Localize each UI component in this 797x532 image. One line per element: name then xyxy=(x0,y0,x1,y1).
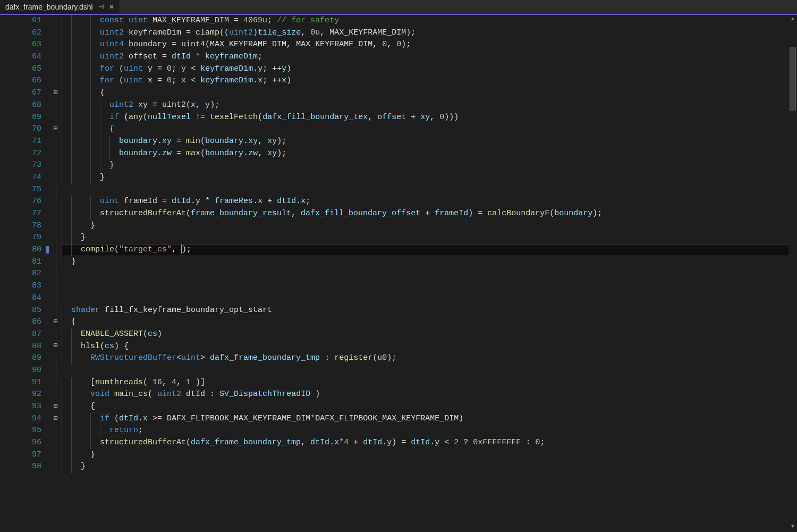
code-line[interactable]: uint2 xy = uint2(x, y); xyxy=(62,99,797,112)
fold-marker[interactable] xyxy=(50,449,62,461)
fold-marker[interactable] xyxy=(50,184,62,196)
fold-marker[interactable] xyxy=(50,159,62,172)
line-number: 93 xyxy=(0,401,41,413)
fold-marker[interactable] xyxy=(50,437,62,449)
scroll-down-arrow[interactable]: ▼ xyxy=(788,522,797,531)
fold-marker[interactable] xyxy=(50,75,62,87)
code-line[interactable]: return; xyxy=(62,425,797,437)
fold-marker[interactable] xyxy=(50,256,62,268)
line-number: 82 xyxy=(0,268,41,280)
pin-icon[interactable]: ⊣ xyxy=(98,3,104,11)
line-number: 85 xyxy=(0,305,41,317)
code-line[interactable]: compile("target_cs", ); xyxy=(62,244,797,256)
fold-marker[interactable] xyxy=(50,377,62,389)
fold-marker[interactable] xyxy=(50,280,62,292)
close-icon[interactable]: ✕ xyxy=(109,3,114,11)
code-line[interactable]: RWStructuredBuffer<uint> dafx_frame_boun… xyxy=(62,352,797,365)
code-line[interactable]: structuredBufferAt(dafx_frame_boundary_t… xyxy=(62,437,797,449)
fold-marker[interactable] xyxy=(50,208,62,220)
fold-column[interactable]: ⊟⊟⊟⊟⊟⊟ xyxy=(50,15,62,531)
line-number: 88 xyxy=(0,341,41,353)
code-line[interactable]: for (uint y = 0; y < keyframeDim.y; ++y) xyxy=(62,63,797,75)
scroll-up-arrow[interactable]: ▲ xyxy=(788,15,797,23)
code-line[interactable]: } xyxy=(62,449,797,461)
code-line[interactable]: hlsl(cs) { xyxy=(62,341,797,353)
fold-marker[interactable] xyxy=(50,461,62,473)
fold-marker[interactable] xyxy=(50,328,62,341)
line-number: 78 xyxy=(0,220,41,232)
code-line[interactable]: } xyxy=(62,256,797,268)
fold-marker[interactable] xyxy=(50,99,62,112)
fold-marker[interactable] xyxy=(50,172,62,184)
fold-marker[interactable] xyxy=(50,63,62,75)
fold-marker[interactable] xyxy=(50,27,62,39)
code-line[interactable] xyxy=(62,268,797,280)
fold-marker[interactable] xyxy=(50,244,62,256)
code-line[interactable]: uint frameId = dtId.y * frameRes.x + dtI… xyxy=(62,196,797,208)
code-line[interactable]: [numthreads( 16, 4, 1 )] xyxy=(62,377,797,389)
fold-marker[interactable] xyxy=(50,51,62,63)
margin-marker xyxy=(46,63,50,75)
code-line[interactable] xyxy=(62,292,797,305)
code-line[interactable]: uint2 offset = dtId * keyframeDim; xyxy=(62,51,797,63)
code-line[interactable]: const uint MAX_KEYFRAME_DIM = 4069u; // … xyxy=(62,15,797,27)
line-number: 97 xyxy=(0,449,41,461)
fold-marker[interactable] xyxy=(50,196,62,208)
fold-marker[interactable] xyxy=(50,112,62,124)
code-line[interactable] xyxy=(62,184,797,196)
code-line[interactable]: { xyxy=(62,316,797,328)
line-number: 81 xyxy=(0,256,41,268)
file-tab[interactable]: dafx_frame_boundary.dshl ⊣ ✕ xyxy=(0,0,120,14)
margin-marker xyxy=(46,208,50,220)
fold-marker[interactable]: ⊟ xyxy=(50,401,62,413)
code-line[interactable]: ENABLE_ASSERT(cs) xyxy=(62,328,797,341)
fold-marker[interactable] xyxy=(50,389,62,401)
scroll-thumb[interactable] xyxy=(790,47,796,111)
fold-marker[interactable]: ⊟ xyxy=(50,413,62,425)
fold-marker[interactable] xyxy=(50,136,62,148)
line-number: 69 xyxy=(0,112,41,124)
code-line[interactable]: } xyxy=(62,220,797,232)
code-line[interactable]: boundary.zw = max(boundary.zw, xy); xyxy=(62,148,797,160)
margin-marker xyxy=(46,446,50,459)
code-line[interactable]: structuredBufferAt(frame_boundary_result… xyxy=(62,208,797,220)
fold-marker[interactable]: ⊟ xyxy=(50,341,62,353)
fold-marker[interactable] xyxy=(50,39,62,51)
code-line[interactable]: shader fill_fx_keyframe_boundary_opt_sta… xyxy=(62,305,797,317)
line-number: 84 xyxy=(0,292,41,305)
vertical-scrollbar[interactable]: ▲ ▼ xyxy=(788,15,797,531)
code-line[interactable]: { xyxy=(62,87,797,99)
code-area[interactable]: const uint MAX_KEYFRAME_DIM = 4069u; // … xyxy=(62,15,797,531)
fold-marker[interactable] xyxy=(50,148,62,160)
code-line[interactable]: void main_cs( uint2 dtId : SV_DispatchTh… xyxy=(62,389,797,401)
fold-marker[interactable]: ⊟ xyxy=(50,87,62,99)
code-editor[interactable]: 6162636465666768697071727374757677787980… xyxy=(0,15,797,531)
fold-marker[interactable] xyxy=(50,232,62,244)
fold-marker[interactable] xyxy=(50,365,62,377)
fold-marker[interactable] xyxy=(50,352,62,365)
fold-marker[interactable]: ⊟ xyxy=(50,316,62,328)
code-line[interactable]: uint4 boundary = uint4(MAX_KEYFRAME_DIM,… xyxy=(62,39,797,51)
fold-marker[interactable] xyxy=(50,220,62,232)
code-line[interactable] xyxy=(62,365,797,377)
margin-marker xyxy=(46,123,50,136)
code-line[interactable]: } xyxy=(62,232,797,244)
fold-marker[interactable] xyxy=(50,268,62,280)
code-line[interactable]: for (uint x = 0; x < keyframeDim.x; ++x) xyxy=(62,75,797,87)
code-line[interactable]: } xyxy=(62,461,797,473)
margin-marker xyxy=(46,87,50,99)
fold-marker[interactable] xyxy=(50,305,62,317)
code-line[interactable]: } xyxy=(62,159,797,172)
code-line[interactable]: { xyxy=(62,401,797,413)
fold-marker[interactable] xyxy=(50,15,62,27)
fold-marker[interactable]: ⊟ xyxy=(50,123,62,136)
fold-marker[interactable] xyxy=(50,292,62,305)
code-line[interactable]: } xyxy=(62,172,797,184)
code-line[interactable]: boundary.xy = min(boundary.xy, xy); xyxy=(62,136,797,148)
code-line[interactable]: { xyxy=(62,123,797,136)
fold-marker[interactable] xyxy=(50,425,62,437)
code-line[interactable] xyxy=(62,280,797,292)
code-line[interactable]: uint2 keyframeDim = clamp((uint2)tile_si… xyxy=(62,27,797,39)
code-line[interactable]: if (any(nullTexel != texelFetch(dafx_fil… xyxy=(62,112,797,124)
code-line[interactable]: if (dtId.x >= DAFX_FLIPBOOK_MAX_KEYFRAME… xyxy=(62,413,797,425)
